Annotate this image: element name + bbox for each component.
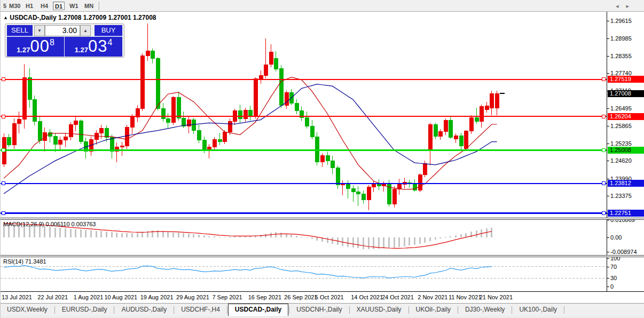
tab-separator [349, 306, 350, 314]
lot-size-input[interactable]: 3.00 [45, 25, 80, 36]
timeframe-button-mn[interactable]: MN [83, 2, 95, 10]
tab-separator [54, 306, 55, 314]
window-edge [1, 316, 644, 318]
tab-eurusd-daily[interactable]: EURUSD-,Daily [56, 304, 114, 316]
tab-usdcad-daily[interactable]: USDCAD-,Daily [228, 304, 288, 316]
pane-splitter[interactable] [1, 218, 644, 220]
axis-tick [607, 38, 609, 39]
tab-usdcnh-daily[interactable]: USDCNH-,Daily [290, 304, 348, 316]
lot-decrease-button[interactable]: ▼ [34, 25, 45, 36]
tab-uk100-daily[interactable]: UK100-,Daily [513, 304, 563, 316]
tab-separator [512, 306, 512, 314]
price-badge: 1.27519 [608, 76, 644, 83]
axis-tick [607, 252, 609, 252]
sell-price-pip: 8 [50, 38, 54, 47]
buy-price-big: 03 [88, 37, 107, 55]
price-badge: 1.26204 [608, 113, 644, 120]
macd-indicator-label: MACD(12,26,9) 0.006110 0.003763 [3, 221, 96, 227]
tab-scroll-arrows[interactable]: ◂▸ [616, 3, 637, 10]
price-tick-label: 1.29615 [610, 18, 632, 25]
date-label: 16 Sep 2021 [248, 294, 281, 300]
date-label: 5 Oct 2021 [315, 294, 344, 300]
buy-price-prefix: 1.27 [75, 46, 88, 54]
date-label: 29 Aug 2021 [176, 294, 209, 300]
tab-xauusd-daily[interactable]: XAUUSD-,Daily [350, 304, 408, 316]
tab-separator [458, 306, 458, 314]
toolbar-separator [99, 2, 100, 10]
rsi-tick-label: 70 [610, 264, 617, 271]
date-label: 10 Aug 2021 [104, 294, 137, 300]
sell-price-button[interactable]: 1.27008 [7, 37, 64, 57]
axis-tick [607, 220, 609, 220]
axis-tick [607, 196, 609, 196]
buy-price-button[interactable]: 1.27034 [65, 37, 122, 57]
sell-button[interactable]: SELL [7, 25, 33, 36]
price-badge: 1.25008 [608, 147, 644, 154]
rsi-tick-label: 30 [610, 275, 617, 282]
chevron-up-icon: ▲ [83, 28, 88, 33]
date-label: 14 Oct 2021 [351, 294, 383, 300]
axis-tick [607, 21, 609, 21]
date-label: 24 Oct 2021 [382, 294, 414, 300]
price-tick-label: 1.28985 [610, 35, 632, 42]
tab-audusd-daily[interactable]: AUDUSD-,Daily [115, 304, 173, 316]
tab-separator [227, 306, 227, 314]
axis-tick [607, 56, 609, 57]
chart-header: ▲ USDCAD-,Daily 1.27008 1.27009 1.27001 … [3, 14, 156, 21]
axis-tick [607, 179, 609, 179]
date-label: 19 Aug 2021 [140, 294, 174, 300]
timeframe-button-m30[interactable]: M30 [7, 2, 22, 10]
axis-tick [607, 144, 609, 144]
date-label: 1 Aug 2021 [74, 294, 104, 300]
buy-price-pip: 4 [107, 38, 112, 47]
tab-separator [409, 306, 409, 314]
date-label: 13 Jul 2021 [2, 294, 32, 300]
tab-separator [289, 306, 289, 314]
date-label: 21 Nov 2021 [480, 294, 513, 300]
price-tick-label: 1.25865 [610, 123, 632, 130]
axis-tick [607, 73, 609, 74]
timeframe-button-w1[interactable]: W1 [68, 2, 80, 10]
rsi-panel[interactable] [1, 257, 607, 291]
date-label: 22 Jul 2021 [37, 294, 68, 300]
axis-tick [607, 287, 609, 287]
sell-price-prefix: 1.27 [17, 46, 30, 54]
axis-tick [607, 278, 609, 279]
axis-tick [607, 108, 609, 109]
axis-tick [607, 237, 609, 238]
one-click-trading-panel: SELL ▼ 3.00 ▲ BUY 1.27008 1.27034 [5, 23, 124, 58]
tab-usdx-weekly[interactable]: USDX,Weekly [1, 304, 54, 316]
tab-dj30-weekly[interactable]: DJ30-,Weekly [459, 304, 511, 316]
price-tick-label: 1.26495 [610, 105, 632, 112]
ohlc-values: 1.27008 1.27009 1.27001 1.27008 [58, 14, 156, 21]
tab-ukoil-daily[interactable]: UKOil-,Daily [410, 304, 457, 316]
rsi-indicator-label: RSI(14) 71.3481 [3, 258, 46, 265]
axis-tick [607, 161, 609, 161]
timeframe-button-h1[interactable]: H1 [24, 2, 35, 10]
timeframe-toolbar: 5M30H1H4D1W1MN [1, 0, 644, 12]
lot-increase-button[interactable]: ▲ [80, 25, 91, 36]
price-tick-label: 1.24620 [610, 157, 632, 164]
chart-tab-bar: USDX,WeeklyEURUSD-,DailyAUDUSD-,DailyUSD… [1, 303, 644, 316]
date-axis[interactable]: 13 Jul 202122 Jul 20211 Aug 202110 Aug 2… [1, 291, 644, 303]
date-label: 2 Nov 2021 [418, 294, 447, 300]
price-badge: 1.22751 [608, 210, 644, 217]
timeframe-button-h4[interactable]: H4 [39, 2, 50, 10]
buy-button[interactable]: BUY [95, 25, 122, 36]
price-badge: 1.23812 [608, 180, 644, 187]
timeframe-button-d1[interactable]: D1 [53, 2, 65, 10]
axis-tick [607, 267, 609, 267]
tab-usdchf-h4[interactable]: USDCHF-,H4 [175, 304, 226, 316]
price-tick-label: 1.23375 [610, 193, 632, 200]
collapse-panel-icon[interactable]: ▲ [3, 15, 8, 20]
price-axis[interactable]: 1.296151.289851.283551.277401.271101.264… [607, 12, 644, 291]
tab-separator [564, 306, 564, 314]
tab-separator [174, 306, 174, 314]
date-label: 26 Sep 2021 [284, 294, 317, 300]
price-tick-label: 1.28355 [610, 53, 632, 60]
pane-splitter[interactable] [1, 255, 644, 257]
price-badge: 1.27008 [608, 90, 644, 97]
chevron-down-icon: ▼ [37, 28, 42, 33]
axis-tick [607, 258, 609, 259]
sell-price-big: 00 [30, 37, 49, 55]
